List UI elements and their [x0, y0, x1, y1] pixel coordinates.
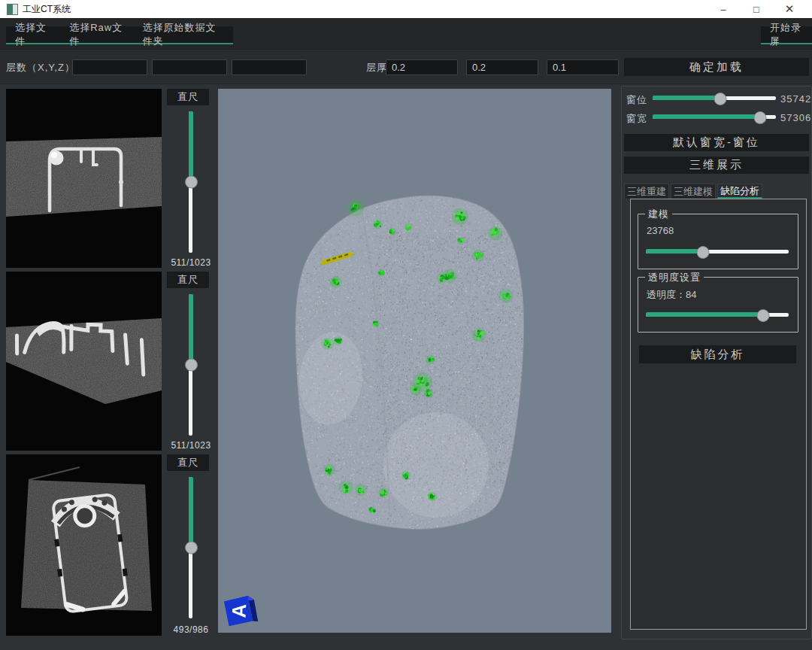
default-window-button[interactable]: 默认窗宽-窗位 — [624, 134, 809, 151]
select-raw-button[interactable]: 选择Raw文件 — [60, 26, 133, 43]
layers-x-input[interactable] — [72, 59, 147, 75]
thickness-z-input[interactable] — [547, 59, 619, 75]
slider-fill — [189, 294, 193, 365]
window-level-slider[interactable] — [653, 93, 776, 104]
slider-handle[interactable] — [753, 111, 766, 124]
ruler-button-1[interactable]: 直尺 — [167, 89, 209, 105]
start-record-button[interactable]: 开始录屏 — [761, 26, 812, 43]
opacity-group-legend: 透明度设置 — [645, 271, 704, 284]
slice-slider-3[interactable] — [185, 477, 197, 618]
thickness-y-input[interactable] — [466, 59, 538, 75]
slider-fill — [653, 96, 720, 100]
slider-fill — [653, 114, 760, 119]
slice-slider-1[interactable] — [185, 111, 197, 253]
confirm-load-button[interactable]: 确定加载 — [624, 58, 809, 76]
window-width-value: 57306 — [780, 112, 811, 123]
layers-y-input[interactable] — [152, 59, 227, 75]
window-width-slider[interactable] — [653, 111, 776, 123]
tab-3d-reconstruction[interactable]: 三维重建 — [624, 184, 669, 199]
file-button-group: 选择文件 选择Raw文件 选择原始数据文件夹 — [6, 26, 233, 44]
title-bar: 工业CT系统 – □ ✕ — [0, 0, 812, 18]
ruler-button-3[interactable]: 直尺 — [167, 454, 209, 471]
ct-slice-image-top — [6, 89, 162, 268]
slider-handle[interactable] — [185, 176, 198, 189]
app-icon — [7, 4, 18, 15]
slider-handle[interactable] — [714, 93, 727, 105]
slice-slider-2[interactable] — [185, 294, 197, 436]
modeling-group-legend: 建模 — [645, 208, 672, 221]
slider-fill — [646, 312, 763, 317]
select-folder-button[interactable]: 选择原始数据文件夹 — [133, 26, 233, 43]
parameter-row: 层数（X,Y,Z） 层厚（X,Y,Z） 确定加载 — [0, 50, 812, 84]
ct-slice-view-bottom — [6, 454, 162, 636]
select-file-button[interactable]: 选择文件 — [6, 26, 60, 43]
render-viewport[interactable] — [218, 89, 611, 633]
slider-fill — [646, 249, 703, 254]
slider-handle[interactable] — [185, 359, 198, 372]
slider-handle[interactable] — [697, 246, 710, 259]
opacity-slider[interactable] — [646, 309, 789, 320]
ct-slice-image-middle — [6, 272, 162, 451]
ct-slice-view-top — [6, 89, 162, 268]
slice-position-1: 511/1023 — [167, 257, 215, 268]
display-3d-button[interactable]: 三维展示 — [624, 156, 809, 174]
thickness-x-input[interactable] — [386, 59, 458, 75]
tab-defect-analysis[interactable]: 缺陷分析 — [717, 184, 762, 199]
modeling-value: 23768 — [647, 225, 674, 236]
modeling-slider[interactable] — [646, 246, 789, 257]
modeling-group: 建模 23768 — [638, 214, 798, 269]
opacity-value-label: 透明度：84 — [647, 288, 696, 302]
opacity-group: 透明度设置 透明度：84 — [638, 277, 798, 333]
tab-3d-modeling[interactable]: 三维建模 — [671, 184, 716, 199]
slider-fill — [189, 477, 193, 548]
slider-handle[interactable] — [185, 542, 198, 554]
window-width-label: 窗宽 — [626, 112, 647, 126]
ruler-button-2[interactable]: 直尺 — [167, 272, 209, 288]
layers-label: 层数（X,Y,Z） — [6, 61, 75, 74]
record-group: 开始录屏 — [761, 26, 812, 44]
defect-analysis-button[interactable]: 缺陷分析 — [639, 345, 796, 363]
ct-slice-image-bottom — [6, 454, 162, 636]
window-level-value: 35742 — [780, 93, 811, 105]
maximize-button[interactable]: □ — [740, 0, 773, 18]
slice-position-2: 511/1023 — [167, 440, 215, 451]
minimize-button[interactable]: – — [707, 0, 740, 18]
ct-slice-view-middle — [6, 272, 162, 451]
slider-fill — [189, 111, 193, 182]
window-title: 工业CT系统 — [23, 3, 71, 16]
layers-z-input[interactable] — [232, 59, 307, 75]
toolbar: 选择文件 选择Raw文件 选择原始数据文件夹 开始录屏 — [0, 18, 812, 50]
close-button[interactable]: ✕ — [773, 0, 806, 18]
slice-position-3: 493/986 — [167, 624, 215, 635]
window-level-label: 窗位 — [626, 93, 647, 107]
slider-handle[interactable] — [756, 309, 769, 322]
